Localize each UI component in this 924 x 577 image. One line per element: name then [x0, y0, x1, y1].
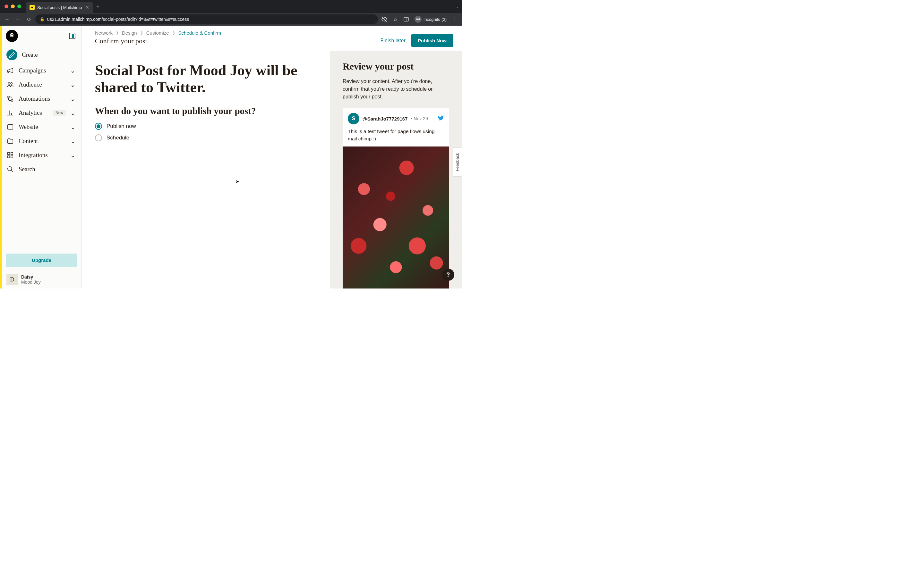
tweet-avatar: S: [348, 113, 359, 124]
user-name: Daisy: [21, 274, 41, 279]
content-row: Social Post for Mood Joy will be shared …: [81, 51, 462, 288]
flow-icon: [6, 95, 14, 103]
crumb-customize[interactable]: Customize: [146, 30, 169, 35]
crumb-schedule[interactable]: Schedule & Confirm: [178, 30, 221, 35]
finish-later-link[interactable]: Finish later: [381, 38, 405, 44]
browser-tab[interactable]: ✦ Social posts | Mailchimp ✕: [26, 2, 93, 13]
sidebar-search-label: Search: [19, 166, 75, 173]
minimize-window-icon[interactable]: [11, 5, 15, 8]
bar-chart-icon: [6, 109, 14, 117]
help-button[interactable]: ?: [442, 269, 454, 281]
chevron-right-icon: ❯: [172, 31, 175, 35]
bookmark-star-icon[interactable]: ☆: [391, 15, 400, 24]
review-panel: Review your post Review your content. Af…: [330, 51, 462, 288]
twitter-icon: [438, 115, 444, 122]
incognito-indicator[interactable]: 🕶 Incognito (2): [413, 16, 449, 23]
radio-label: Schedule: [107, 135, 129, 141]
sidebar-create[interactable]: Create: [2, 46, 81, 63]
svg-point-5: [11, 100, 13, 102]
feedback-tab[interactable]: Feedback: [453, 147, 462, 177]
svg-point-12: [8, 167, 12, 171]
svg-point-3: [11, 83, 12, 85]
tweet-preview-card: S @SarahJo77729167 • Nov 29 This is a te…: [342, 108, 449, 288]
crumb-design[interactable]: Design: [122, 30, 137, 35]
radio-publish-now[interactable]: Publish now: [95, 123, 314, 130]
user-avatar: D: [6, 274, 18, 285]
chevron-down-icon: ⌄: [70, 152, 75, 159]
kebab-menu-icon[interactable]: ⋮: [451, 15, 459, 24]
grid-icon: [6, 151, 14, 159]
chevron-down-icon: ⌄: [70, 137, 75, 145]
svg-rect-6: [8, 125, 13, 129]
panel-icon[interactable]: [402, 15, 411, 24]
chevron-down-icon: ⌄: [70, 67, 75, 74]
sidebar-item-label: Website: [19, 123, 66, 131]
tabs-dropdown-icon[interactable]: ⌄: [456, 4, 459, 9]
upgrade-button[interactable]: Upgrade: [6, 253, 78, 267]
review-title: Review your post: [342, 61, 449, 72]
folder-icon: [6, 137, 14, 145]
sidebar-item-automations[interactable]: Automations ⌄: [2, 92, 81, 106]
sidebar-item-label: Analytics: [19, 109, 48, 116]
publish-now-button[interactable]: Publish Now: [411, 34, 453, 47]
browser-tab-strip: ✦ Social posts | Mailchimp ✕ + ⌄: [0, 0, 462, 13]
sidebar-item-label: Audience: [19, 81, 66, 88]
collapse-sidebar-button[interactable]: [69, 33, 75, 39]
incognito-label: Incognito (2): [423, 17, 447, 22]
back-button[interactable]: ←: [3, 15, 11, 24]
svg-rect-8: [8, 153, 10, 155]
chevron-down-icon: ⌄: [70, 123, 75, 131]
svg-point-2: [8, 83, 10, 85]
app-root: Create Campaigns ⌄ Audience ⌄ Automation…: [0, 26, 462, 288]
sidebar-item-integrations[interactable]: Integrations ⌄: [2, 148, 81, 162]
megaphone-icon: [6, 67, 14, 74]
sidebar-item-campaigns[interactable]: Campaigns ⌄: [2, 63, 81, 77]
tweet-text: This is a test tweet for page flows usin…: [348, 127, 444, 143]
sidebar-footer: Upgrade: [2, 250, 81, 271]
breadcrumb: Network ❯ Design ❯ Customize ❯ Schedule …: [95, 30, 221, 35]
svg-point-4: [8, 96, 10, 98]
chevron-down-icon: ⌄: [70, 81, 75, 89]
review-description: Review your content. After you're done, …: [342, 77, 449, 101]
browser-toolbar: ← → ⟳ 🔒 us21.admin.mailchimp.com/social-…: [0, 13, 462, 26]
new-badge: New: [53, 110, 66, 116]
sidebar-search[interactable]: Search: [2, 162, 81, 176]
sidebar-item-website[interactable]: Website ⌄: [2, 120, 81, 134]
radio-schedule[interactable]: Schedule: [95, 134, 314, 141]
reload-button[interactable]: ⟳: [24, 15, 33, 24]
mailchimp-logo-icon[interactable]: [6, 30, 18, 42]
forward-button[interactable]: →: [13, 15, 23, 24]
main-area: Network ❯ Design ❯ Customize ❯ Schedule …: [81, 26, 462, 288]
radio-icon: [95, 123, 102, 130]
new-tab-button[interactable]: +: [96, 3, 100, 10]
tweet-handle: @SarahJo77729167: [363, 116, 408, 121]
sidebar: Create Campaigns ⌄ Audience ⌄ Automation…: [0, 26, 81, 288]
chevron-down-icon: ⌄: [70, 95, 75, 103]
sidebar-item-label: Automations: [19, 95, 66, 102]
lock-icon: 🔒: [40, 17, 45, 21]
svg-rect-9: [11, 153, 13, 155]
confirm-panel: Social Post for Mood Joy will be shared …: [81, 51, 330, 288]
user-menu[interactable]: D Daisy Mood Joy: [2, 271, 81, 288]
window-controls: [5, 5, 21, 8]
maximize-window-icon[interactable]: [17, 5, 21, 8]
sidebar-item-content[interactable]: Content ⌄: [2, 134, 81, 148]
chevron-down-icon: ⌄: [70, 109, 75, 117]
close-window-icon[interactable]: [5, 5, 8, 8]
svg-rect-10: [8, 156, 10, 158]
topbar: Network ❯ Design ❯ Customize ❯ Schedule …: [81, 26, 462, 51]
crumb-network[interactable]: Network: [95, 30, 113, 35]
radio-label: Publish now: [107, 123, 136, 129]
address-bar[interactable]: 🔒 us21.admin.mailchimp.com/social-posts/…: [35, 15, 378, 24]
close-tab-icon[interactable]: ✕: [86, 5, 89, 10]
search-icon: [6, 165, 14, 173]
eye-off-icon[interactable]: [380, 15, 389, 24]
sidebar-item-analytics[interactable]: Analytics New ⌄: [2, 106, 81, 120]
sidebar-item-audience[interactable]: Audience ⌄: [2, 77, 81, 92]
tweet-image: [342, 147, 449, 289]
page-title: Confirm your post: [95, 37, 221, 45]
svg-line-13: [11, 170, 13, 172]
sidebar-item-label: Content: [19, 137, 66, 145]
incognito-icon: 🕶: [415, 16, 422, 23]
url-text: us21.admin.mailchimp.com/social-posts/ed…: [47, 17, 189, 22]
